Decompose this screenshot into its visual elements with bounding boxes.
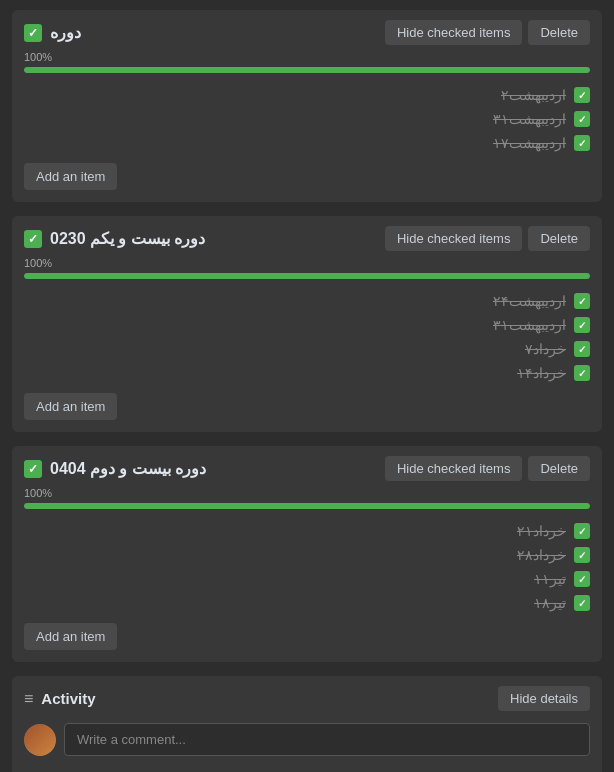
- section-check-icon-3: [24, 460, 42, 478]
- section-buttons-1: Hide checked items Delete: [385, 20, 590, 45]
- delete-btn-3[interactable]: Delete: [528, 456, 590, 481]
- hide-checked-btn-2[interactable]: Hide checked items: [385, 226, 522, 251]
- activity-header: ≡ Activity Hide details: [24, 686, 590, 711]
- checklist-section-1: دوره‌ Hide checked items Delete 100% ارد…: [12, 10, 602, 202]
- item-text: تیر۱۸: [534, 595, 566, 611]
- section-title-3: دوره بیست و دوم 0404: [50, 459, 206, 478]
- item-text: اردیبهشت۱۷: [493, 135, 566, 151]
- list-item: اردیبهشت۲: [24, 83, 590, 107]
- item-checkbox[interactable]: [574, 595, 590, 611]
- hide-checked-btn-3[interactable]: Hide checked items: [385, 456, 522, 481]
- section-header-3: دوره بیست و دوم 0404 Hide checked items …: [24, 456, 590, 481]
- section-header-2: دوره بیست و یکم 0230 Hide checked items …: [24, 226, 590, 251]
- checklist-section-3: دوره بیست و دوم 0404 Hide checked items …: [12, 446, 602, 662]
- hide-checked-btn-1[interactable]: Hide checked items: [385, 20, 522, 45]
- progress-bar-2: [24, 273, 590, 279]
- list-item: اردیبهشت۲۴: [24, 289, 590, 313]
- item-checkbox[interactable]: [574, 317, 590, 333]
- item-text: خرداد۲۱: [517, 523, 566, 539]
- delete-btn-1[interactable]: Delete: [528, 20, 590, 45]
- item-text: اردیبهشت۲۴: [493, 293, 566, 309]
- progress-fill-2: [24, 273, 590, 279]
- activity-icon: ≡: [24, 690, 33, 708]
- activity-title-area: ≡ Activity: [24, 690, 96, 708]
- add-item-btn-1[interactable]: Add an item: [24, 163, 117, 190]
- add-item-btn-2[interactable]: Add an item: [24, 393, 117, 420]
- progress-label-3: 100%: [24, 487, 590, 499]
- item-text: خرداد۷: [525, 341, 566, 357]
- item-text: خرداد۲۸: [517, 547, 566, 563]
- activity-title: Activity: [41, 690, 95, 707]
- list-item: تیر۱۸: [24, 591, 590, 615]
- item-checkbox[interactable]: [574, 523, 590, 539]
- section-check-icon-2: [24, 230, 42, 248]
- item-checkbox[interactable]: [574, 87, 590, 103]
- commenter-avatar: [24, 724, 56, 756]
- item-checkbox[interactable]: [574, 547, 590, 563]
- section-header-1: دوره‌ Hide checked items Delete: [24, 20, 590, 45]
- item-checkbox[interactable]: [574, 293, 590, 309]
- item-text: اردیبهشت۳۱: [493, 111, 566, 127]
- section-title-1: دوره‌: [50, 23, 81, 42]
- activity-section: ≡ Activity Hide details Mohamad Hosein J…: [12, 676, 602, 772]
- list-item: اردیبهشت۳۱: [24, 313, 590, 337]
- item-checkbox[interactable]: [574, 111, 590, 127]
- list-item: تیر۱۱: [24, 567, 590, 591]
- list-item: اردیبهشت۱۷: [24, 131, 590, 155]
- section-title-area-2: دوره بیست و یکم 0230: [24, 229, 205, 248]
- checklist-section-2: دوره بیست و یکم 0230 Hide checked items …: [12, 216, 602, 432]
- avatar-image: [24, 724, 56, 756]
- item-text: اردیبهشت۳۱: [493, 317, 566, 333]
- list-item: خرداد۷: [24, 337, 590, 361]
- section-buttons-3: Hide checked items Delete: [385, 456, 590, 481]
- comment-input[interactable]: [64, 723, 590, 756]
- section-title-area-3: دوره بیست و دوم 0404: [24, 459, 206, 478]
- progress-fill-1: [24, 67, 590, 73]
- item-checkbox[interactable]: [574, 135, 590, 151]
- list-item: خرداد۲۱: [24, 519, 590, 543]
- item-text: تیر۱۱: [534, 571, 566, 587]
- section-title-2: دوره بیست و یکم 0230: [50, 229, 205, 248]
- section-buttons-2: Hide checked items Delete: [385, 226, 590, 251]
- comment-area: [24, 723, 590, 756]
- add-item-btn-3[interactable]: Add an item: [24, 623, 117, 650]
- item-text: خرداد۱۴: [517, 365, 566, 381]
- hide-details-btn[interactable]: Hide details: [498, 686, 590, 711]
- progress-label-2: 100%: [24, 257, 590, 269]
- item-checkbox[interactable]: [574, 571, 590, 587]
- list-item: خرداد۱۴: [24, 361, 590, 385]
- progress-fill-3: [24, 503, 590, 509]
- item-checkbox[interactable]: [574, 341, 590, 357]
- delete-btn-2[interactable]: Delete: [528, 226, 590, 251]
- progress-label-1: 100%: [24, 51, 590, 63]
- list-item: اردیبهشت۳۱: [24, 107, 590, 131]
- item-text: اردیبهشت۲: [501, 87, 566, 103]
- item-checkbox[interactable]: [574, 365, 590, 381]
- list-item: خرداد۲۸: [24, 543, 590, 567]
- section-check-icon-1: [24, 24, 42, 42]
- progress-bar-1: [24, 67, 590, 73]
- progress-bar-3: [24, 503, 590, 509]
- section-title-area-1: دوره‌: [24, 23, 81, 42]
